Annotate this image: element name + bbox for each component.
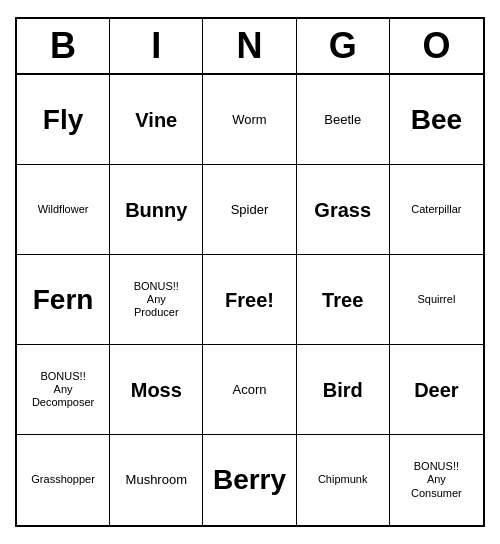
cell-label: Bunny bbox=[125, 198, 187, 222]
cell-label: BONUS!! Any Consumer bbox=[411, 460, 462, 500]
header-letter: B bbox=[17, 19, 110, 73]
bingo-cell: Bee bbox=[390, 75, 483, 165]
bingo-cell: Beetle bbox=[297, 75, 390, 165]
bingo-cell: Chipmunk bbox=[297, 435, 390, 525]
header-letter: O bbox=[390, 19, 483, 73]
bingo-cell: Bird bbox=[297, 345, 390, 435]
bingo-cell: BONUS!! Any Decomposer bbox=[17, 345, 110, 435]
bingo-cell: Mushroom bbox=[110, 435, 203, 525]
cell-label: Tree bbox=[322, 288, 363, 312]
cell-label: Beetle bbox=[324, 112, 361, 128]
bingo-cell: Fly bbox=[17, 75, 110, 165]
cell-label: Fern bbox=[33, 283, 94, 317]
cell-label: Grasshopper bbox=[31, 473, 95, 486]
bingo-cell: Worm bbox=[203, 75, 296, 165]
bingo-cell: Tree bbox=[297, 255, 390, 345]
bingo-cell: Free! bbox=[203, 255, 296, 345]
bingo-cell: Wildflower bbox=[17, 165, 110, 255]
cell-label: BONUS!! Any Producer bbox=[134, 280, 179, 320]
cell-label: Squirrel bbox=[417, 293, 455, 306]
cell-label: Fly bbox=[43, 103, 83, 137]
bingo-cell: BONUS!! Any Producer bbox=[110, 255, 203, 345]
cell-label: Grass bbox=[314, 198, 371, 222]
bingo-cell: BONUS!! Any Consumer bbox=[390, 435, 483, 525]
cell-label: Bird bbox=[323, 378, 363, 402]
bingo-cell: Squirrel bbox=[390, 255, 483, 345]
bingo-cell: Vine bbox=[110, 75, 203, 165]
cell-label: Berry bbox=[213, 463, 286, 497]
bingo-cell: Fern bbox=[17, 255, 110, 345]
bingo-cell: Grass bbox=[297, 165, 390, 255]
bingo-cell: Acorn bbox=[203, 345, 296, 435]
bingo-cell: Moss bbox=[110, 345, 203, 435]
bingo-card: BINGO FlyVineWormBeetleBeeWildflowerBunn… bbox=[15, 17, 485, 527]
cell-label: Spider bbox=[231, 202, 269, 218]
cell-label: Deer bbox=[414, 378, 458, 402]
cell-label: Bee bbox=[411, 103, 462, 137]
header-letter: I bbox=[110, 19, 203, 73]
cell-label: Moss bbox=[131, 378, 182, 402]
cell-label: Vine bbox=[135, 108, 177, 132]
cell-label: Free! bbox=[225, 288, 274, 312]
bingo-cell: Grasshopper bbox=[17, 435, 110, 525]
cell-label: Mushroom bbox=[126, 472, 187, 488]
cell-label: Chipmunk bbox=[318, 473, 368, 486]
bingo-grid: FlyVineWormBeetleBeeWildflowerBunnySpide… bbox=[17, 75, 483, 525]
cell-label: Wildflower bbox=[38, 203, 89, 216]
bingo-cell: Bunny bbox=[110, 165, 203, 255]
cell-label: Acorn bbox=[233, 382, 267, 398]
bingo-cell: Caterpillar bbox=[390, 165, 483, 255]
cell-label: Caterpillar bbox=[411, 203, 461, 216]
bingo-cell: Berry bbox=[203, 435, 296, 525]
bingo-cell: Deer bbox=[390, 345, 483, 435]
cell-label: Worm bbox=[232, 112, 266, 128]
bingo-cell: Spider bbox=[203, 165, 296, 255]
header-letter: G bbox=[297, 19, 390, 73]
cell-label: BONUS!! Any Decomposer bbox=[32, 370, 94, 410]
header-letter: N bbox=[203, 19, 296, 73]
bingo-header: BINGO bbox=[17, 19, 483, 75]
